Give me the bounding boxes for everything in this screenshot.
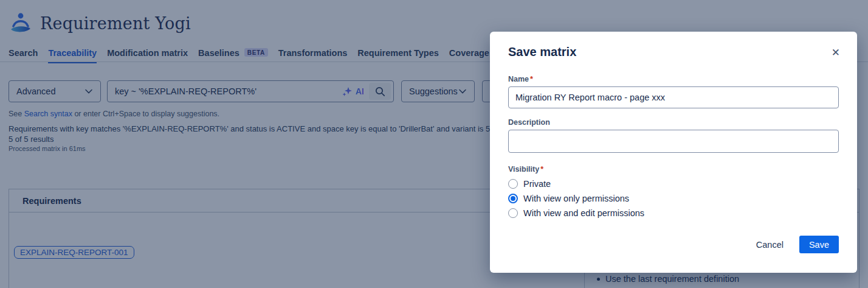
cancel-button[interactable]: Cancel [756,240,784,250]
radio-label: With view and edit permissions [523,208,644,218]
visibility-option-private[interactable]: Private [508,177,839,191]
visibility-option-view-only[interactable]: With view only permissions [508,191,839,206]
modal-footer: Cancel Save [508,236,839,253]
radio-button[interactable] [508,179,518,189]
name-field[interactable] [508,86,839,108]
name-label-text: Name [508,75,529,83]
radio-button[interactable] [508,208,518,218]
description-field-label: Description [508,118,839,127]
name-field-label: Name* [508,75,839,83]
visibility-label-text: Visibility [508,165,539,174]
close-icon[interactable]: ✕ [829,45,842,60]
visibility-option-view-edit[interactable]: With view and edit permissions [508,206,839,220]
description-field[interactable] [508,130,839,153]
modal-header: Save matrix ✕ [508,45,839,60]
required-asterisk: * [530,75,533,83]
app-screen: Requirement Yogi Search Traceability Mod… [0,0,868,288]
save-matrix-modal: Save matrix ✕ Name* Description Visibili… [490,32,857,273]
modal-title: Save matrix [508,45,576,59]
visibility-radio-group: Private With view only permissions With … [508,177,839,220]
required-asterisk: * [540,165,543,174]
save-button[interactable]: Save [799,236,839,253]
visibility-field-label: Visibility* [508,165,839,174]
radio-label: Private [523,179,551,189]
radio-label: With view only permissions [523,194,629,203]
radio-button[interactable] [508,194,518,203]
